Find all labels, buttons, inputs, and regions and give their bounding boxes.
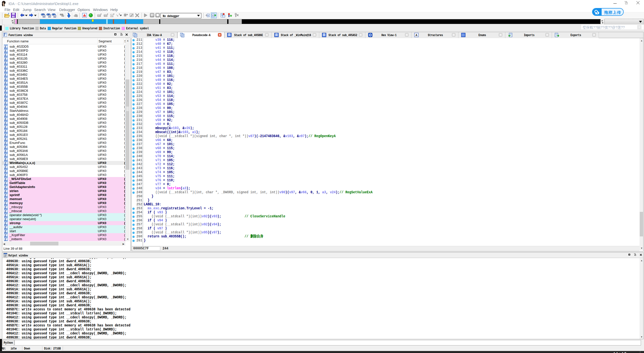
svg-text:DATA: DATA	[104, 15, 107, 17]
svg-text:#: #	[43, 15, 45, 18]
svg-text:A: A	[111, 15, 113, 17]
svg-text:1: 1	[54, 15, 55, 18]
svg-text:c: c	[212, 14, 214, 17]
svg-text:c: c	[208, 14, 209, 17]
svg-text:‘s: ‘s	[116, 14, 118, 17]
svg-text:T: T	[49, 15, 50, 18]
svg-text:CODE: CODE	[97, 15, 101, 17]
svg-text:A: A	[416, 34, 418, 37]
